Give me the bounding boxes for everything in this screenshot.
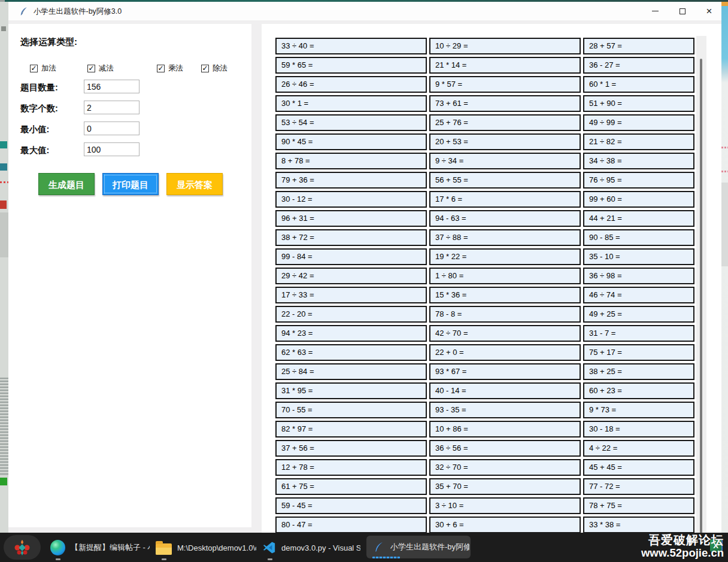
problem-entry[interactable]: 38 + 72 =: [275, 229, 427, 246]
problem-entry[interactable]: 34 ÷ 38 =: [583, 153, 694, 169]
problem-entry[interactable]: 17 * 6 =: [429, 191, 581, 208]
problem-entry[interactable]: 32 ÷ 70 =: [429, 459, 581, 476]
problem-entry[interactable]: 35 + 70 =: [429, 478, 581, 495]
problem-entry[interactable]: 10 ÷ 29 =: [429, 38, 581, 54]
problem-entry[interactable]: 1 ÷ 80 =: [429, 268, 581, 284]
problem-entry[interactable]: 30 - 18 =: [583, 421, 694, 438]
problem-entry[interactable]: 56 + 55 =: [429, 172, 581, 189]
problem-entry[interactable]: 60 * 1 =: [583, 76, 694, 93]
max-value-input[interactable]: [84, 142, 139, 156]
problem-entry[interactable]: 78 - 8 =: [429, 306, 581, 323]
problem-entry[interactable]: 25 + 76 =: [429, 114, 581, 131]
start-button[interactable]: [4, 535, 41, 560]
problem-entry[interactable]: 8 + 78 =: [275, 153, 427, 169]
problem-entry[interactable]: 17 ÷ 33 =: [275, 287, 427, 303]
problem-entry[interactable]: 94 * 23 =: [275, 325, 427, 342]
question-count-input[interactable]: [84, 80, 139, 93]
problem-entry[interactable]: 76 ÷ 95 =: [583, 172, 694, 189]
minimize-button[interactable]: [642, 2, 669, 20]
problem-entry[interactable]: 45 + 45 =: [583, 459, 694, 476]
problem-entry[interactable]: 9 ÷ 34 =: [429, 153, 581, 169]
problem-entry[interactable]: 22 + 0 =: [429, 344, 581, 361]
problem-entry[interactable]: 61 + 75 =: [275, 478, 427, 495]
problem-entry[interactable]: 29 ÷ 42 =: [275, 268, 427, 284]
titlebar: 小学生出题软件-by阿修3.0 ×: [8, 2, 721, 20]
problem-entry[interactable]: 38 + 25 =: [583, 363, 694, 380]
problem-entry[interactable]: 70 - 55 =: [275, 402, 427, 418]
digit-count-input[interactable]: [84, 101, 139, 114]
problem-entry[interactable]: 93 - 35 =: [429, 402, 581, 418]
problem-entry[interactable]: 90 * 45 =: [275, 133, 427, 150]
problem-entry[interactable]: 79 + 36 =: [275, 172, 427, 189]
problem-entry[interactable]: 42 ÷ 70 =: [429, 325, 581, 342]
problem-entry[interactable]: 99 + 60 =: [583, 191, 694, 208]
problem-entry[interactable]: 80 - 47 =: [275, 517, 427, 533]
vertical-scrollbar[interactable]: [696, 36, 706, 533]
problem-entry[interactable]: 21 * 14 =: [429, 57, 581, 74]
problem-entry[interactable]: 15 * 36 =: [429, 287, 581, 303]
problem-entry[interactable]: 78 + 75 =: [583, 497, 694, 514]
problem-entry[interactable]: 59 * 65 =: [275, 57, 427, 74]
problem-entry[interactable]: 94 - 63 =: [429, 210, 581, 227]
problem-entry[interactable]: 9 * 73 =: [583, 402, 694, 418]
checkbox-multiplication[interactable]: 乘法: [157, 63, 183, 74]
checkbox-addition[interactable]: 加法: [30, 63, 56, 74]
problem-entry[interactable]: 28 + 57 =: [583, 38, 694, 54]
taskbar-item-explorer[interactable]: M:\Desktop\demov1.0\c: [156, 536, 256, 559]
problem-entry[interactable]: 22 - 20 =: [275, 306, 427, 323]
problem-entry[interactable]: 40 - 14 =: [429, 382, 581, 399]
problem-entry[interactable]: 59 - 45 =: [275, 497, 427, 514]
checkbox-division[interactable]: 除法: [201, 63, 228, 74]
problem-entry[interactable]: 62 * 63 =: [275, 344, 427, 361]
problem-entry[interactable]: 36 - 27 =: [583, 57, 694, 74]
problem-entry[interactable]: 51 + 90 =: [583, 95, 694, 112]
problem-entry[interactable]: 31 * 95 =: [275, 382, 427, 399]
problem-entry[interactable]: 19 * 22 =: [429, 248, 581, 265]
maximize-button[interactable]: [669, 2, 696, 20]
problem-entry[interactable]: 82 * 97 =: [275, 421, 427, 438]
problem-entry[interactable]: 10 + 86 =: [429, 421, 581, 438]
problem-entry[interactable]: 30 + 6 =: [429, 517, 581, 533]
problem-entry[interactable]: 60 + 23 =: [583, 382, 694, 399]
problem-entry[interactable]: 73 + 61 =: [429, 95, 581, 112]
problem-entry[interactable]: 30 - 12 =: [275, 191, 427, 208]
problem-entry[interactable]: 21 ÷ 82 =: [583, 133, 694, 150]
min-value-input[interactable]: [84, 121, 139, 135]
problem-entry[interactable]: 25 ÷ 84 =: [275, 363, 427, 380]
taskbar-item-vscode[interactable]: demov3.0.py - Visual St: [262, 536, 360, 559]
taskbar-item-app-active[interactable]: 小学生出题软件-by阿修: [366, 536, 471, 558]
problem-entry[interactable]: 37 + 56 =: [275, 440, 427, 457]
problem-entry[interactable]: 37 ÷ 88 =: [429, 229, 581, 246]
problem-entry[interactable]: 36 ÷ 56 =: [429, 440, 581, 457]
problem-entry[interactable]: 3 ÷ 10 =: [429, 497, 581, 514]
problem-entry[interactable]: 53 ÷ 54 =: [275, 114, 427, 131]
checkbox-subtraction[interactable]: 减法: [87, 63, 114, 74]
problem-entry[interactable]: 33 * 38 =: [583, 517, 694, 533]
problem-entry[interactable]: 26 ÷ 46 =: [275, 76, 427, 93]
problem-entry[interactable]: 49 + 25 =: [583, 306, 694, 323]
print-questions-button[interactable]: 打印题目: [102, 173, 159, 195]
problem-entry[interactable]: 44 + 21 =: [583, 210, 694, 227]
show-answers-button[interactable]: 显示答案: [166, 173, 223, 195]
problem-entry[interactable]: 75 + 17 =: [583, 344, 694, 361]
problem-entry[interactable]: 36 ÷ 98 =: [583, 268, 694, 284]
problem-entry[interactable]: 49 ÷ 99 =: [583, 114, 694, 131]
close-button[interactable]: ×: [696, 2, 723, 20]
taskbar-item-edge[interactable]: 【新提醒】编辑帖子 - 小: [50, 536, 150, 559]
problem-entry[interactable]: 20 + 53 =: [429, 133, 581, 150]
problem-entry[interactable]: 4 ÷ 22 =: [583, 440, 694, 457]
problem-entry[interactable]: 12 + 78 =: [275, 459, 427, 476]
problem-entry[interactable]: 93 * 67 =: [429, 363, 581, 380]
problem-entry[interactable]: 90 - 85 =: [583, 229, 694, 246]
problem-entry[interactable]: 33 ÷ 40 =: [275, 38, 427, 54]
problem-entry[interactable]: 46 ÷ 74 =: [583, 287, 694, 303]
problem-entry[interactable]: 31 - 7 =: [583, 325, 694, 342]
problem-entry[interactable]: 96 + 31 =: [275, 210, 427, 227]
problem-entry[interactable]: 99 - 84 =: [275, 248, 427, 265]
problem-entry[interactable]: 77 - 72 =: [583, 478, 694, 495]
problem-entry[interactable]: 30 * 1 =: [275, 95, 427, 112]
problem-entry[interactable]: 35 - 10 =: [583, 248, 694, 265]
generate-questions-button[interactable]: 生成题目: [38, 173, 95, 195]
scrollbar-thumb[interactable]: [700, 59, 702, 542]
problem-entry[interactable]: 9 * 57 =: [429, 76, 581, 93]
